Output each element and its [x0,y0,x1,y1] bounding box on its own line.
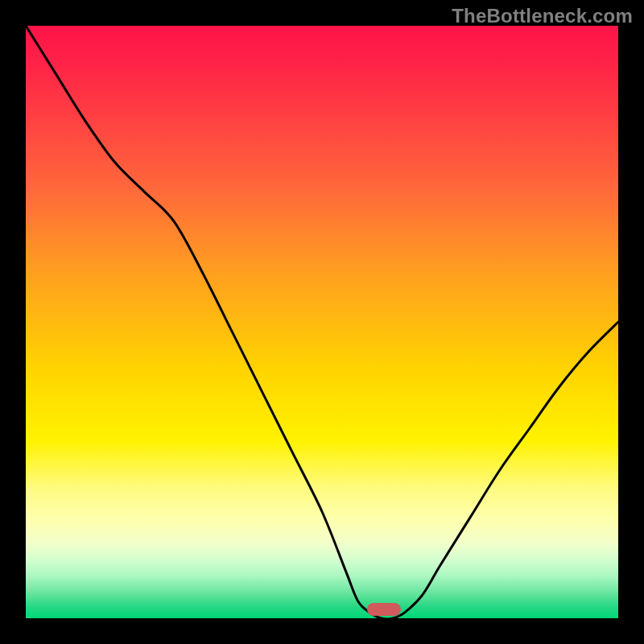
bottleneck-curve [26,26,618,618]
plot-area [26,26,618,618]
optimal-marker [367,603,401,616]
curve-path [26,26,618,618]
chart-frame: TheBottleneck.com [0,0,644,644]
watermark-text: TheBottleneck.com [452,5,633,27]
